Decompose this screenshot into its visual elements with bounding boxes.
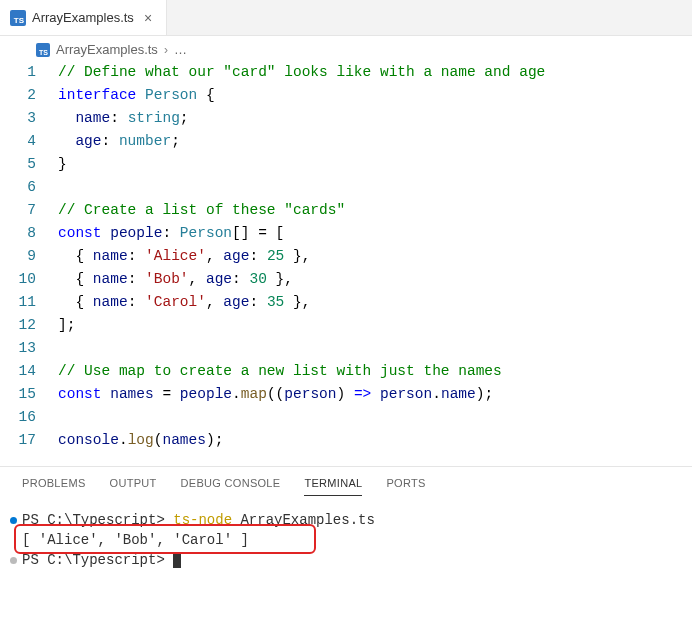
code-token: = — [154, 386, 180, 402]
code-line[interactable]: { name: 'Alice', age: 25 }, — [58, 245, 692, 268]
panel-tab-ports[interactable]: PORTS — [386, 477, 425, 496]
code-line[interactable] — [58, 406, 692, 429]
code-token: age — [223, 248, 249, 264]
code-token: : — [249, 248, 266, 264]
status-dot-icon — [10, 557, 17, 564]
code-token — [102, 386, 111, 402]
code-token: } — [58, 156, 67, 172]
code-line[interactable]: ]; — [58, 314, 692, 337]
code-token: name — [75, 110, 110, 126]
code-line[interactable]: { name: 'Carol', age: 35 }, — [58, 291, 692, 314]
code-line[interactable]: age: number; — [58, 130, 692, 153]
code-token: => — [354, 386, 371, 402]
code-line[interactable]: const names = people.map((person) => per… — [58, 383, 692, 406]
line-number: 1 — [0, 61, 36, 84]
code-token: number — [119, 133, 171, 149]
code-token: names — [162, 432, 206, 448]
line-number: 5 — [0, 153, 36, 176]
code-token: name — [93, 271, 128, 287]
chevron-right-icon: › — [164, 43, 168, 57]
code-token — [102, 225, 111, 241]
close-icon[interactable]: × — [140, 10, 156, 26]
code-line[interactable]: console.log(names); — [58, 429, 692, 452]
code-token: name — [93, 248, 128, 264]
code-token: : — [110, 110, 127, 126]
code-line[interactable]: name: string; — [58, 107, 692, 130]
code-token: , — [206, 294, 223, 310]
code-token: const — [58, 386, 102, 402]
code-token: 35 — [267, 294, 284, 310]
code-token: { — [58, 294, 93, 310]
code-token: person — [284, 386, 336, 402]
code-token: person — [380, 386, 432, 402]
status-dot-icon — [10, 517, 17, 524]
code-token: console — [58, 432, 119, 448]
code-line[interactable]: } — [58, 153, 692, 176]
code-line[interactable]: interface Person { — [58, 84, 692, 107]
line-number: 7 — [0, 199, 36, 222]
code-content[interactable]: // Define what our "card" looks like wit… — [58, 61, 692, 452]
line-number: 4 — [0, 130, 36, 153]
code-token: ; — [171, 133, 180, 149]
line-number-gutter: 1234567891011121314151617 — [0, 61, 58, 452]
editor-tab-bar: TS ArrayExamples.ts × — [0, 0, 692, 36]
terminal-output-line: [ 'Alice', 'Bob', 'Carol' ] — [14, 530, 678, 550]
code-token: interface — [58, 87, 136, 103]
line-number: 13 — [0, 337, 36, 360]
code-token: { — [58, 248, 93, 264]
breadcrumb[interactable]: TS ArrayExamples.ts › … — [0, 36, 692, 61]
code-line[interactable]: const people: Person[] = [ — [58, 222, 692, 245]
code-token: ); — [476, 386, 493, 402]
panel-tab-output[interactable]: OUTPUT — [110, 477, 157, 496]
terminal-cursor — [173, 553, 181, 568]
panel-tab-terminal[interactable]: TERMINAL — [304, 477, 362, 496]
code-token: }, — [284, 248, 310, 264]
code-token — [58, 133, 75, 149]
code-token: , — [206, 248, 223, 264]
code-token: 25 — [267, 248, 284, 264]
panel-tab-problems[interactable]: PROBLEMS — [22, 477, 86, 496]
code-token: : — [232, 271, 249, 287]
line-number: 9 — [0, 245, 36, 268]
code-token: Person — [145, 87, 197, 103]
code-token: : — [162, 225, 179, 241]
code-line[interactable]: // Define what our "card" looks like wit… — [58, 61, 692, 84]
code-token — [58, 110, 75, 126]
code-token: people — [180, 386, 232, 402]
line-number: 17 — [0, 429, 36, 452]
terminal-panel[interactable]: PS C:\Typescript> ts-node ArrayExamples.… — [0, 496, 692, 578]
code-line[interactable]: // Use map to create a new list with jus… — [58, 360, 692, 383]
code-token: , — [189, 271, 206, 287]
terminal-output: [ 'Alice', 'Bob', 'Carol' ] — [22, 532, 249, 548]
code-token: : — [128, 271, 145, 287]
code-line[interactable] — [58, 337, 692, 360]
code-token: names — [110, 386, 154, 402]
code-token: 'Alice' — [145, 248, 206, 264]
code-token: }, — [284, 294, 310, 310]
code-token: // Create a list of these "cards" — [58, 202, 345, 218]
line-number: 3 — [0, 107, 36, 130]
code-token: ]; — [58, 317, 75, 333]
typescript-file-icon: TS — [10, 10, 26, 26]
code-token: const — [58, 225, 102, 241]
code-token: { — [58, 271, 93, 287]
code-token — [371, 386, 380, 402]
line-number: 8 — [0, 222, 36, 245]
code-token: { — [197, 87, 214, 103]
code-token: // Use map to create a new list with jus… — [58, 363, 502, 379]
panel-tab-debug-console[interactable]: DEBUG CONSOLE — [181, 477, 281, 496]
code-editor[interactable]: 1234567891011121314151617 // Define what… — [0, 61, 692, 460]
code-line[interactable]: { name: 'Bob', age: 30 }, — [58, 268, 692, 291]
code-line[interactable] — [58, 176, 692, 199]
breadcrumb-filename: ArrayExamples.ts — [56, 42, 158, 57]
line-number: 6 — [0, 176, 36, 199]
code-token: age — [206, 271, 232, 287]
code-token: [] = [ — [232, 225, 284, 241]
code-token: 'Bob' — [145, 271, 189, 287]
terminal-command-arg: ArrayExamples.ts — [232, 512, 375, 528]
line-number: 16 — [0, 406, 36, 429]
terminal-prompt: PS C:\Typescript> — [22, 552, 173, 568]
terminal-command-tool: ts-node — [173, 512, 232, 528]
editor-tab[interactable]: TS ArrayExamples.ts × — [0, 0, 167, 35]
code-line[interactable]: // Create a list of these "cards" — [58, 199, 692, 222]
